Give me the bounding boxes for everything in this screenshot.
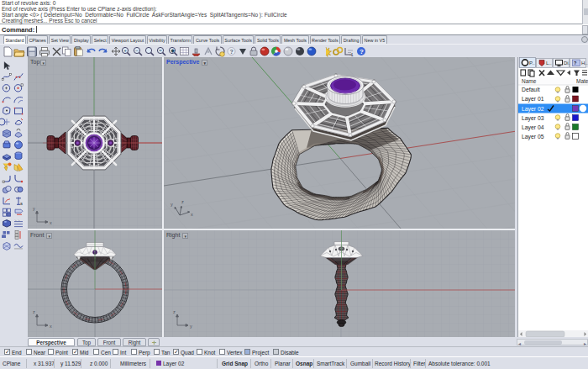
svg-text:?: ? [360,48,364,55]
svg-text:x: x [50,324,52,329]
svg-text:y: y [171,202,173,207]
svg-text:Layer 02: Layer 02 [522,106,544,113]
svg-text:z: z [33,309,35,314]
svg-text:Mate: Mate [576,78,588,84]
svg-text:L..: L.. [546,61,552,66]
svg-text:z: z [173,309,176,314]
svg-text:x: x [50,220,52,225]
svg-text:−: − [135,48,139,53]
svg-text:-1: -1 [349,52,354,57]
svg-text:Layer 01: Layer 01 [522,96,544,103]
svg-text:y: y [190,324,192,329]
svg-text:Default: Default [522,87,540,92]
svg-text:◆: ◆ [171,48,175,53]
svg-text:?: ? [230,49,234,55]
svg-text:P..: P.. [529,61,535,66]
svg-text:+: + [123,48,127,53]
svg-text:Layer 05: Layer 05 [522,134,544,140]
svg-text:Layer 04: Layer 04 [522,124,544,131]
svg-text:Layer 03: Layer 03 [522,115,544,122]
svg-text:H..: H.. [581,61,588,66]
svg-text:y: y [33,206,35,211]
svg-text:Name: Name [522,78,537,84]
svg-text:x: x [191,212,193,217]
svg-text:a: a [20,201,23,206]
svg-text:z: z [181,199,184,204]
